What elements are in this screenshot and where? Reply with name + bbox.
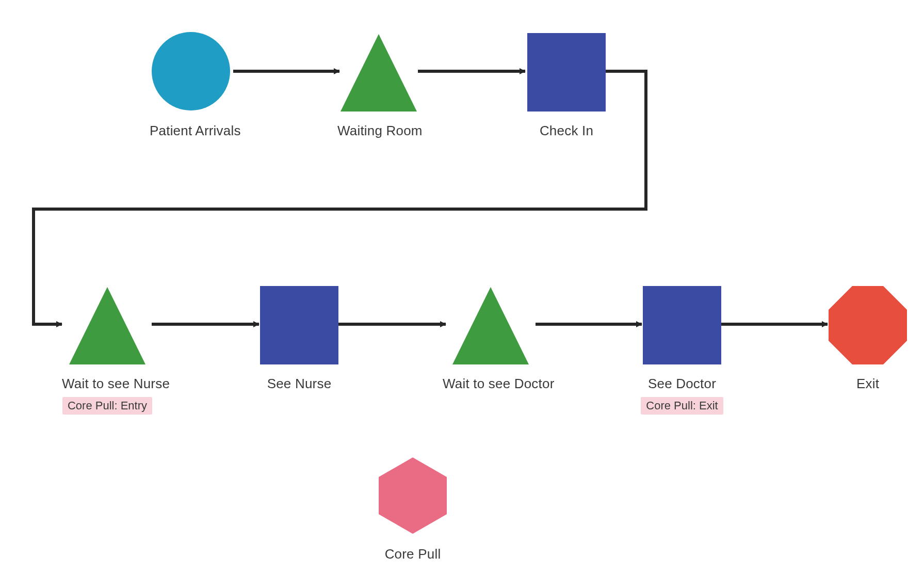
node-wait-doctor[interactable]: Wait to see Doctor (443, 284, 539, 392)
svg-marker-8 (379, 457, 447, 534)
triangle-icon (337, 31, 420, 114)
svg-rect-6 (643, 286, 721, 364)
node-see-nurse[interactable]: See Nurse (258, 284, 341, 392)
diagram-canvas: Patient Arrivals Waiting Room Check In W… (0, 0, 924, 572)
node-exit[interactable]: Exit (826, 284, 909, 392)
svg-marker-5 (452, 287, 529, 364)
svg-marker-7 (829, 286, 907, 364)
triangle-icon (443, 284, 539, 367)
node-label: See Nurse (258, 376, 341, 392)
node-label: See Doctor (641, 376, 723, 392)
node-label: Wait to see Nurse (62, 376, 153, 392)
circle-icon (150, 31, 232, 114)
svg-marker-1 (341, 34, 417, 112)
node-waiting-room[interactable]: Waiting Room (337, 31, 420, 139)
node-label: Core Pull (371, 546, 454, 562)
node-tag-exit: Core Pull: Exit (641, 397, 723, 415)
square-icon (525, 31, 608, 114)
svg-rect-4 (260, 286, 338, 364)
node-tag-entry: Core Pull: Entry (62, 397, 152, 415)
square-icon (641, 284, 723, 367)
node-label: Exit (826, 376, 909, 392)
node-label: Waiting Room (337, 123, 420, 139)
svg-marker-3 (69, 287, 145, 364)
node-label: Patient Arrivals (150, 123, 232, 139)
svg-rect-2 (527, 33, 606, 112)
hexagon-icon (371, 454, 454, 537)
node-patient-arrivals[interactable]: Patient Arrivals (150, 31, 232, 139)
node-core-pull[interactable]: Core Pull (371, 454, 454, 562)
node-label: Wait to see Doctor (443, 376, 539, 392)
node-wait-nurse[interactable]: Wait to see Nurse Core Pull: Entry (62, 284, 153, 415)
octagon-icon (826, 284, 909, 367)
node-check-in[interactable]: Check In (525, 31, 608, 139)
node-see-doctor[interactable]: See Doctor Core Pull: Exit (641, 284, 723, 415)
triangle-icon (62, 284, 153, 367)
node-label: Check In (525, 123, 608, 139)
square-icon (258, 284, 341, 367)
svg-point-0 (152, 32, 230, 110)
